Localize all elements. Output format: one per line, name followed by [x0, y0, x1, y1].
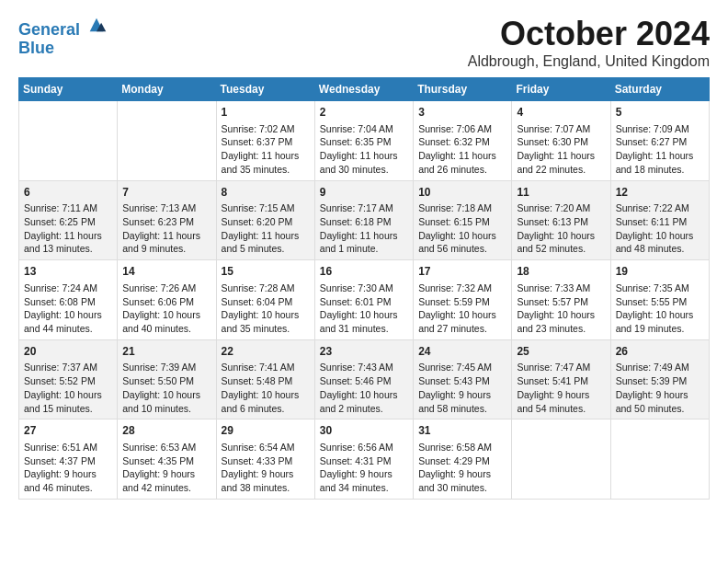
- month-title: October 2024: [468, 15, 710, 53]
- calendar-cell: 13Sunrise: 7:24 AM Sunset: 6:08 PM Dayli…: [19, 260, 118, 340]
- day-number: 6: [24, 185, 112, 201]
- day-number: 3: [418, 105, 506, 121]
- calendar-cell: 17Sunrise: 7:32 AM Sunset: 5:59 PM Dayli…: [414, 260, 512, 340]
- calendar-cell: 12Sunrise: 7:22 AM Sunset: 6:11 PM Dayli…: [610, 180, 709, 260]
- cell-sun-info: Sunrise: 7:26 AM Sunset: 6:06 PM Dayligh…: [122, 282, 210, 336]
- day-number: 18: [517, 264, 605, 280]
- location-title: Aldbrough, England, United Kingdom: [468, 53, 710, 70]
- calendar-cell: 2Sunrise: 7:04 AM Sunset: 6:35 PM Daylig…: [314, 101, 413, 181]
- day-number: 20: [24, 344, 112, 360]
- calendar-cell: 24Sunrise: 7:45 AM Sunset: 5:43 PM Dayli…: [414, 339, 512, 419]
- cell-sun-info: Sunrise: 7:02 AM Sunset: 6:37 PM Dayligh…: [222, 122, 310, 177]
- logo: General Blue: [18, 15, 107, 58]
- day-number: 29: [222, 423, 310, 439]
- day-number: 5: [616, 105, 704, 121]
- calendar-cell: 18Sunrise: 7:33 AM Sunset: 5:57 PM Dayli…: [512, 260, 610, 340]
- day-number: 24: [418, 344, 506, 360]
- cell-sun-info: Sunrise: 7:18 AM Sunset: 6:15 PM Dayligh…: [418, 201, 506, 256]
- day-number: 8: [222, 185, 310, 201]
- cell-sun-info: Sunrise: 7:30 AM Sunset: 6:01 PM Dayligh…: [320, 282, 408, 336]
- cell-sun-info: Sunrise: 7:24 AM Sunset: 6:08 PM Dayligh…: [24, 282, 112, 336]
- day-number: 22: [222, 344, 310, 360]
- calendar-week-row: 13Sunrise: 7:24 AM Sunset: 6:08 PM Dayli…: [19, 260, 710, 340]
- cell-sun-info: Sunrise: 7:06 AM Sunset: 6:32 PM Dayligh…: [418, 122, 506, 177]
- day-number: 16: [320, 264, 408, 280]
- day-number: 1: [222, 105, 310, 121]
- day-number: 11: [517, 185, 605, 201]
- col-header-monday: Monday: [118, 78, 216, 101]
- calendar-cell: 11Sunrise: 7:20 AM Sunset: 6:13 PM Dayli…: [512, 180, 610, 260]
- logo-icon: [86, 15, 107, 35]
- day-number: 19: [616, 264, 704, 280]
- day-number: 31: [418, 423, 506, 439]
- calendar-table: SundayMondayTuesdayWednesdayThursdayFrid…: [18, 77, 710, 500]
- cell-sun-info: Sunrise: 7:04 AM Sunset: 6:35 PM Dayligh…: [320, 122, 408, 177]
- calendar-cell: 9Sunrise: 7:17 AM Sunset: 6:18 PM Daylig…: [314, 180, 413, 260]
- col-header-friday: Friday: [512, 78, 610, 101]
- day-number: 30: [320, 423, 408, 439]
- calendar-week-row: 27Sunrise: 6:51 AM Sunset: 4:37 PM Dayli…: [19, 419, 710, 500]
- calendar-cell: 20Sunrise: 7:37 AM Sunset: 5:52 PM Dayli…: [19, 339, 118, 419]
- cell-sun-info: Sunrise: 6:58 AM Sunset: 4:29 PM Dayligh…: [418, 441, 506, 495]
- cell-sun-info: Sunrise: 7:47 AM Sunset: 5:41 PM Dayligh…: [517, 361, 605, 415]
- calendar-cell: [512, 419, 610, 500]
- calendar-cell: 21Sunrise: 7:39 AM Sunset: 5:50 PM Dayli…: [118, 339, 216, 419]
- day-number: 28: [122, 423, 210, 439]
- cell-sun-info: Sunrise: 7:39 AM Sunset: 5:50 PM Dayligh…: [122, 361, 210, 415]
- logo-text: General Blue: [18, 15, 107, 58]
- calendar-week-row: 6Sunrise: 7:11 AM Sunset: 6:25 PM Daylig…: [19, 180, 710, 260]
- calendar-cell: 23Sunrise: 7:43 AM Sunset: 5:46 PM Dayli…: [314, 339, 413, 419]
- col-header-sunday: Sunday: [19, 78, 118, 101]
- day-number: 13: [24, 264, 112, 280]
- day-number: 12: [616, 185, 704, 201]
- cell-sun-info: Sunrise: 6:51 AM Sunset: 4:37 PM Dayligh…: [24, 441, 112, 495]
- calendar-cell: 15Sunrise: 7:28 AM Sunset: 6:04 PM Dayli…: [216, 260, 314, 340]
- calendar-cell: 16Sunrise: 7:30 AM Sunset: 6:01 PM Dayli…: [314, 260, 413, 340]
- calendar-cell: 19Sunrise: 7:35 AM Sunset: 5:55 PM Dayli…: [610, 260, 709, 340]
- col-header-thursday: Thursday: [414, 78, 512, 101]
- col-header-saturday: Saturday: [610, 78, 709, 101]
- cell-sun-info: Sunrise: 7:11 AM Sunset: 6:25 PM Dayligh…: [24, 201, 112, 256]
- cell-sun-info: Sunrise: 7:37 AM Sunset: 5:52 PM Dayligh…: [24, 361, 112, 415]
- calendar-cell: 1Sunrise: 7:02 AM Sunset: 6:37 PM Daylig…: [216, 101, 314, 181]
- calendar-cell: [610, 419, 709, 500]
- day-number: 2: [320, 105, 408, 121]
- cell-sun-info: Sunrise: 6:56 AM Sunset: 4:31 PM Dayligh…: [320, 441, 408, 495]
- calendar-cell: 7Sunrise: 7:13 AM Sunset: 6:23 PM Daylig…: [118, 180, 216, 260]
- cell-sun-info: Sunrise: 6:54 AM Sunset: 4:33 PM Dayligh…: [222, 441, 310, 495]
- calendar-week-row: 20Sunrise: 7:37 AM Sunset: 5:52 PM Dayli…: [19, 339, 710, 419]
- cell-sun-info: Sunrise: 7:35 AM Sunset: 5:55 PM Dayligh…: [616, 282, 704, 336]
- cell-sun-info: Sunrise: 7:15 AM Sunset: 6:20 PM Dayligh…: [222, 201, 310, 256]
- cell-sun-info: Sunrise: 7:28 AM Sunset: 6:04 PM Dayligh…: [222, 282, 310, 336]
- day-number: 9: [320, 185, 408, 201]
- calendar-cell: 5Sunrise: 7:09 AM Sunset: 6:27 PM Daylig…: [610, 101, 709, 181]
- calendar-cell: 26Sunrise: 7:49 AM Sunset: 5:39 PM Dayli…: [610, 339, 709, 419]
- day-number: 15: [222, 264, 310, 280]
- calendar-cell: 3Sunrise: 7:06 AM Sunset: 6:32 PM Daylig…: [414, 101, 512, 181]
- cell-sun-info: Sunrise: 7:09 AM Sunset: 6:27 PM Dayligh…: [616, 122, 704, 177]
- day-number: 17: [418, 264, 506, 280]
- day-number: 14: [122, 264, 210, 280]
- calendar-cell: 6Sunrise: 7:11 AM Sunset: 6:25 PM Daylig…: [19, 180, 118, 260]
- calendar-week-row: 1Sunrise: 7:02 AM Sunset: 6:37 PM Daylig…: [19, 101, 710, 181]
- day-number: 10: [418, 185, 506, 201]
- calendar-cell: 31Sunrise: 6:58 AM Sunset: 4:29 PM Dayli…: [414, 419, 512, 500]
- cell-sun-info: Sunrise: 7:45 AM Sunset: 5:43 PM Dayligh…: [418, 361, 506, 415]
- calendar-cell: 30Sunrise: 6:56 AM Sunset: 4:31 PM Dayli…: [314, 419, 413, 500]
- calendar-cell: 22Sunrise: 7:41 AM Sunset: 5:48 PM Dayli…: [216, 339, 314, 419]
- day-number: 26: [616, 344, 704, 360]
- calendar-cell: 29Sunrise: 6:54 AM Sunset: 4:33 PM Dayli…: [216, 419, 314, 500]
- calendar-cell: 25Sunrise: 7:47 AM Sunset: 5:41 PM Dayli…: [512, 339, 610, 419]
- day-number: 25: [517, 344, 605, 360]
- calendar-cell: 27Sunrise: 6:51 AM Sunset: 4:37 PM Dayli…: [19, 419, 118, 500]
- day-number: 7: [122, 185, 210, 201]
- title-area: October 2024 Aldbrough, England, United …: [468, 15, 710, 70]
- header: General Blue October 2024 Aldbrough, Eng…: [18, 15, 710, 70]
- calendar-header-row: SundayMondayTuesdayWednesdayThursdayFrid…: [19, 78, 710, 101]
- col-header-wednesday: Wednesday: [314, 78, 413, 101]
- calendar-cell: 28Sunrise: 6:53 AM Sunset: 4:35 PM Dayli…: [118, 419, 216, 500]
- cell-sun-info: Sunrise: 7:33 AM Sunset: 5:57 PM Dayligh…: [517, 282, 605, 336]
- calendar-cell: [118, 101, 216, 181]
- day-number: 4: [517, 105, 605, 121]
- day-number: 27: [24, 423, 112, 439]
